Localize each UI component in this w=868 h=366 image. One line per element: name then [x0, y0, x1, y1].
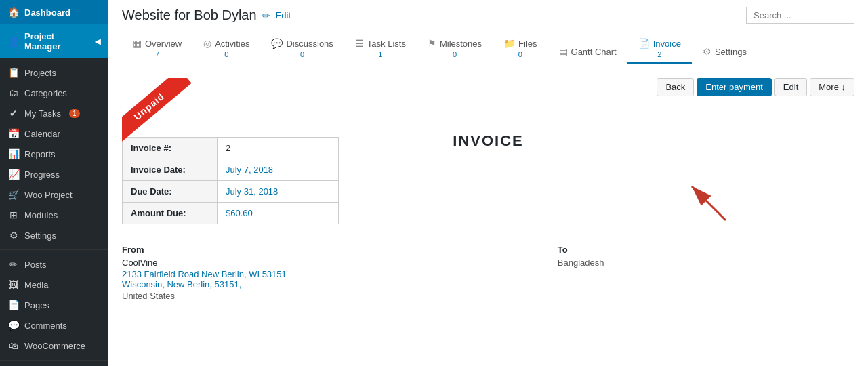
sidebar-item-media[interactable]: 🖼 Media [0, 274, 108, 295]
project-manager-icon: 👤 [8, 36, 19, 47]
topbar: Website for Bob Dylan ✏ Edit [108, 0, 868, 31]
settings-icon: ⚙ [8, 230, 19, 241]
sidebar-item-pages[interactable]: 📄 Pages [0, 295, 108, 315]
media-icon: 🖼 [8, 279, 19, 290]
modules-icon: ⊞ [8, 209, 19, 220]
activities-count: 0 [224, 50, 228, 58]
edit-button[interactable]: Edit [774, 78, 807, 96]
unpaid-ribbon-wrapper: Unpaid [122, 78, 203, 159]
tab-files[interactable]: 📁 Files 0 [493, 31, 547, 64]
sidebar-item-woocommerce[interactable]: 🛍 WooCommerce [0, 336, 108, 356]
from-to-section: From CoolVine 2133 Fairfield Road New Be… [122, 245, 854, 304]
amount-due-row: Amount Due: $60.60 [123, 203, 339, 224]
nav-tabs: ▦ Overview 7 ◎ Activities 0 💬 Discussion… [108, 31, 868, 64]
gantt-icon: ▤ [559, 46, 568, 57]
task-lists-icon: ☰ [355, 38, 364, 49]
sidebar-main-section: 📋 Projects 🗂 Categories ✔ My Tasks 1 📅 C… [0, 58, 108, 250]
project-title-text: Website for Bob Dylan [122, 7, 257, 23]
woo-project-icon: 🛒 [8, 189, 19, 200]
projects-icon: 📋 [8, 67, 19, 78]
to-block: To Bangladesh [558, 245, 604, 304]
invoice-wrapper: Unpaid Back Enter payment Edit More ↓ [122, 78, 854, 349]
tab-gantt-chart[interactable]: ▤ Gantt Chart [548, 39, 627, 64]
sidebar-item-calendar[interactable]: 📅 Calendar [0, 123, 108, 144]
invoice-date-value: July 7, 2018 [218, 159, 339, 181]
sidebar-item-categories[interactable]: 🗂 Categories [0, 83, 108, 103]
files-icon: 📁 [503, 38, 515, 49]
files-count: 0 [518, 50, 522, 58]
milestones-icon: ⚑ [428, 38, 436, 49]
from-block: From CoolVine 2133 Fairfield Road New Be… [122, 245, 287, 304]
my-tasks-badge: 1 [69, 109, 80, 118]
sidebar-item-modules[interactable]: ⊞ Modules [0, 205, 108, 225]
tab-discussions[interactable]: 💬 Discussions 0 [260, 31, 344, 64]
overview-icon: ▦ [133, 38, 142, 49]
milestones-count: 0 [453, 50, 457, 58]
sidebar-item-woo-project[interactable]: 🛒 Woo Project [0, 184, 108, 205]
dashboard-item[interactable]: 🏠 Dashboard [0, 0, 108, 24]
invoice-date-row: Invoice Date: July 7, 2018 [123, 159, 339, 181]
calendar-icon: 📅 [8, 128, 19, 139]
from-label: From [122, 245, 287, 255]
invoice-icon: 📄 [638, 38, 650, 49]
red-arrow [678, 173, 732, 227]
unpaid-ribbon: Unpaid [122, 78, 192, 144]
tab-activities[interactable]: ◎ Activities 0 [192, 31, 260, 64]
tab-task-lists[interactable]: ☰ Task Lists 1 [344, 31, 417, 64]
enter-payment-button[interactable]: Enter payment [697, 78, 772, 96]
progress-icon: 📈 [8, 169, 19, 180]
company-name: CoolVine [122, 258, 287, 268]
activities-icon: ◎ [203, 38, 211, 49]
edit-link[interactable]: Edit [276, 10, 291, 20]
task-lists-count: 1 [378, 50, 382, 58]
sidebar-wp-section: ✏ Posts 🖼 Media 📄 Pages 💬 Comments 🛍 Woo… [0, 250, 108, 361]
svg-line-1 [692, 186, 726, 220]
search-input[interactable] [746, 7, 854, 24]
due-date-label: Due Date: [123, 181, 218, 203]
categories-icon: 🗂 [8, 87, 19, 98]
more-button[interactable]: More ↓ [810, 78, 854, 96]
invoice-heading: INVOICE [453, 132, 523, 150]
sidebar-item-posts[interactable]: ✏ Posts [0, 254, 108, 274]
sidebar: 🏠 Dashboard 👤 Project Manager ◀ 📋 Projec… [0, 0, 108, 366]
sidebar-item-comments[interactable]: 💬 Comments [0, 315, 108, 336]
main-content: Website for Bob Dylan ✏ Edit ▦ Overview … [108, 0, 868, 366]
due-date-row: Due Date: July 31, 2018 [123, 181, 339, 203]
to-value: Bangladesh [558, 258, 604, 268]
due-date-value: July 31, 2018 [218, 181, 339, 203]
invoice-count: 2 [657, 50, 661, 58]
edit-pencil-icon: ✏ [262, 10, 270, 21]
pages-icon: 📄 [8, 300, 19, 310]
sidebar-item-projects[interactable]: 📋 Projects [0, 62, 108, 83]
invoice-actions: Back Enter payment Edit More ↓ [122, 78, 854, 96]
project-title-area: Website for Bob Dylan ✏ Edit [122, 7, 291, 23]
back-button[interactable]: Back [657, 78, 694, 96]
reports-icon: 📊 [8, 148, 19, 159]
discussions-count: 0 [300, 50, 304, 58]
amount-due-value: $60.60 [218, 203, 339, 224]
tab-overview[interactable]: ▦ Overview 7 [122, 31, 192, 64]
project-manager-item[interactable]: 👤 Project Manager ◀ [0, 24, 108, 58]
address-line-2: Wisconsin, New Berlin, 53151, [122, 279, 287, 289]
more-dropdown-icon: ↓ [842, 82, 846, 92]
invoice-number-value: 2 [218, 138, 339, 159]
tab-milestones[interactable]: ⚑ Milestones 0 [417, 31, 493, 64]
content-area: Unpaid Back Enter payment Edit More ↓ [108, 64, 868, 366]
sidebar-item-my-tasks[interactable]: ✔ My Tasks 1 [0, 103, 108, 123]
dashboard-icon: 🏠 [8, 7, 19, 18]
amount-due-label: Amount Due: [123, 203, 218, 224]
tab-settings[interactable]: ⚙ Settings [692, 39, 758, 64]
my-tasks-icon: ✔ [8, 108, 19, 119]
sidebar-item-progress[interactable]: 📈 Progress [0, 164, 108, 184]
invoice-date-label: Invoice Date: [123, 159, 218, 181]
sidebar-item-reports[interactable]: 📊 Reports [0, 144, 108, 164]
sidebar-item-settings[interactable]: ⚙ Settings [0, 225, 108, 245]
to-label: To [558, 245, 604, 255]
posts-icon: ✏ [8, 259, 19, 270]
comments-icon: 💬 [8, 320, 19, 331]
tab-settings-icon: ⚙ [703, 46, 711, 57]
tab-invoice[interactable]: 📄 Invoice 2 [627, 31, 692, 64]
discussions-icon: 💬 [271, 38, 283, 49]
address-line-3: United States [122, 289, 287, 304]
woocommerce-icon: 🛍 [8, 340, 19, 351]
